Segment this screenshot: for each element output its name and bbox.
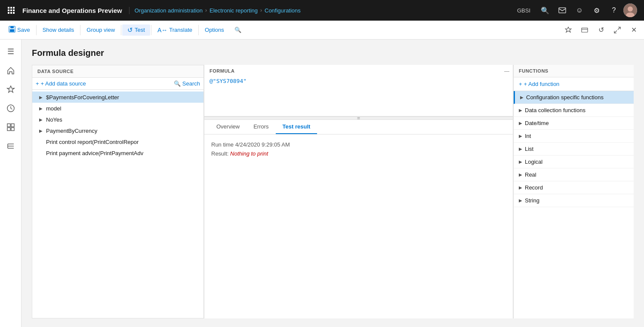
function-item-int[interactable]: ▶ Int <box>514 130 634 143</box>
nav-workspaces-icon[interactable] <box>2 119 19 136</box>
nav-recent-icon[interactable] <box>2 100 19 117</box>
add-function-button[interactable]: + + Add function <box>514 77 634 91</box>
nav-list-icon[interactable] <box>2 138 19 155</box>
formula-value: @"SYS70894" <box>210 76 508 86</box>
tab-overview[interactable]: Overview <box>210 120 247 134</box>
function-item-logical[interactable]: ▶ Logical <box>514 156 634 168</box>
translate-button[interactable]: A↔ Translate <box>152 25 197 35</box>
chevron-payments: ▶ <box>37 94 44 101</box>
breadcrumb-configurations[interactable]: Configurations <box>265 7 301 14</box>
add-icon: + <box>36 80 39 87</box>
translate-icon: A↔ <box>157 27 167 34</box>
breadcrumb-sep-2: › <box>260 7 262 13</box>
notifications-icon[interactable] <box>555 3 570 18</box>
settings-icon[interactable]: ⚙ <box>589 3 604 18</box>
collapse-button[interactable] <box>578 23 592 37</box>
functions-header: FUNCTIONS <box>514 65 634 77</box>
tree-item-print-control[interactable]: ▶ Print control report(PrintControlRepor <box>32 136 203 147</box>
toolbar-divider-1 <box>36 25 37 35</box>
breadcrumb-sep-1: › <box>205 7 207 13</box>
chevron-string: ▶ <box>519 198 522 203</box>
toolbar: Save Show details Group view ↺ Test A↔ T… <box>0 21 644 40</box>
tree-item-payments[interactable]: ▶ $PaymentsForCoveringLetter <box>32 92 203 103</box>
result-line: Result: Nothing to print <box>211 150 506 157</box>
function-item-real[interactable]: ▶ Real <box>514 168 634 181</box>
page-title: Formula designer <box>32 48 634 58</box>
svg-rect-21 <box>11 128 14 131</box>
divider-bar[interactable]: = <box>204 116 513 120</box>
group-view-button[interactable]: Group view <box>81 25 120 35</box>
data-source-header: DATA SOURCE <box>32 65 203 78</box>
tree-item-noyes[interactable]: ▶ NoYes <box>32 114 203 125</box>
nav-menu-icon[interactable]: ☰ <box>2 43 19 60</box>
chevron-config-specific: ▶ <box>520 95 524 100</box>
svg-rect-1 <box>10 7 12 9</box>
add-data-source-button[interactable]: + + Add data source <box>36 80 86 87</box>
bottom-section: Overview Errors Test result Run time 4/2… <box>204 120 513 318</box>
save-button[interactable]: Save <box>3 24 35 36</box>
test-button[interactable]: ↺ Test <box>122 24 150 36</box>
expand-button[interactable] <box>610 23 624 37</box>
function-list: ▶ Configuration specific functions ▶ Dat… <box>514 91 634 318</box>
result-value: Nothing to print <box>230 150 268 157</box>
resize-handle[interactable]: — <box>504 68 509 74</box>
three-col-layout: DATA SOURCE + + Add data source 🔍 Search <box>32 65 634 318</box>
svg-rect-15 <box>10 29 14 32</box>
refresh-button[interactable]: ↺ <box>594 23 608 37</box>
function-item-string[interactable]: ▶ String <box>514 194 634 207</box>
data-source-search-button[interactable]: 🔍 Search <box>174 80 200 87</box>
nav-favorites-icon[interactable] <box>2 81 19 98</box>
data-source-tree: ▶ $PaymentsForCoveringLetter ▶ model ▶ N… <box>32 90 203 318</box>
tabs-bar: Overview Errors Test result <box>204 120 513 134</box>
topbar-right: GBSI 🔍 ☺ ⚙ ? <box>512 3 641 18</box>
functions-panel: FUNCTIONS + + Add function ▶ Configurati… <box>513 65 634 318</box>
svg-rect-3 <box>8 9 9 11</box>
tree-item-print-payment[interactable]: ▶ Print payment advice(PrintPaymentAdv <box>32 147 203 159</box>
function-item-config-specific[interactable]: ▶ Configuration specific functions <box>514 91 634 104</box>
run-time-label: Run time <box>211 141 235 148</box>
svg-rect-0 <box>8 7 9 9</box>
breadcrumb-electronic-reporting[interactable]: Electronic reporting <box>210 7 258 14</box>
function-item-record[interactable]: ▶ Record <box>514 181 634 194</box>
breadcrumb-org-admin[interactable]: Organization administration <box>135 7 203 14</box>
tab-errors[interactable]: Errors <box>247 120 275 134</box>
run-time-value: 4/24/2020 9:29:05 AM <box>235 141 290 148</box>
tab-test-result[interactable]: Test result <box>276 120 317 134</box>
search-toolbar-icon[interactable]: 🔍 <box>229 25 247 35</box>
toolbar-divider-5 <box>198 25 199 35</box>
tree-item-model[interactable]: ▶ model <box>32 103 203 114</box>
apps-icon[interactable] <box>3 3 19 18</box>
user-avatar[interactable] <box>623 3 637 17</box>
help-icon[interactable]: ? <box>606 3 622 18</box>
svg-rect-16 <box>582 28 588 32</box>
chevron-logical: ▶ <box>519 159 522 164</box>
breadcrumb: Organization administration › Electronic… <box>129 7 306 14</box>
svg-rect-18 <box>7 124 10 127</box>
tree-item-payment-currency[interactable]: ▶ PaymentByCurrency <box>32 125 203 136</box>
options-button[interactable]: Options <box>200 25 229 35</box>
data-source-panel: DATA SOURCE + + Add data source 🔍 Search <box>32 65 204 318</box>
main-content: ☰ <box>0 40 644 327</box>
search-icon: 🔍 <box>174 80 181 87</box>
nav-home-icon[interactable] <box>2 62 19 79</box>
function-item-datetime[interactable]: ▶ Date/time <box>514 117 634 130</box>
function-item-list[interactable]: ▶ List <box>514 143 634 156</box>
org-code: GBSI <box>512 7 536 14</box>
show-details-button[interactable]: Show details <box>37 25 80 35</box>
chevron-payment-currency: ▶ <box>37 127 44 134</box>
data-source-toolbar: + + Add data source 🔍 Search <box>32 78 203 90</box>
close-button[interactable]: ✕ <box>627 23 641 37</box>
svg-rect-7 <box>10 12 12 14</box>
content-area: Formula designer DATA SOURCE + + Add dat… <box>22 40 644 327</box>
svg-point-11 <box>628 6 633 12</box>
global-search-icon[interactable]: 🔍 <box>537 3 553 18</box>
toolbar-right: ↺ ✕ <box>561 23 641 37</box>
svg-rect-14 <box>10 26 14 28</box>
svg-rect-5 <box>13 9 15 11</box>
formula-panel: FORMULA — @"SYS70894" = Overview Errors … <box>204 65 513 318</box>
feedback-icon[interactable]: ☺ <box>572 3 587 18</box>
function-item-data-collection[interactable]: ▶ Data collection functions <box>514 104 634 117</box>
svg-rect-2 <box>13 7 15 9</box>
svg-rect-9 <box>559 8 566 13</box>
pin-button[interactable] <box>561 23 575 37</box>
